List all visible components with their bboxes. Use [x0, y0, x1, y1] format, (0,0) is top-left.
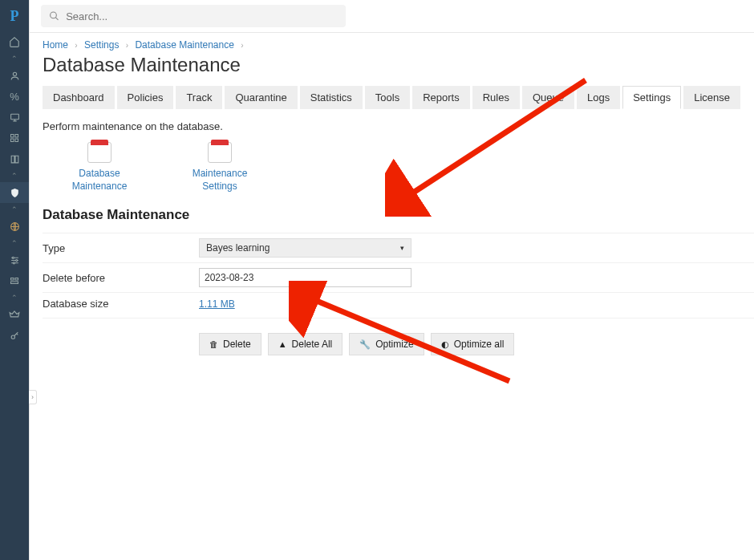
- breadcrumb-home[interactable]: Home: [43, 39, 68, 51]
- tab-license[interactable]: License: [683, 86, 740, 109]
- clock-icon: ◐: [441, 339, 449, 350]
- db-size-link[interactable]: 1.11 MB: [199, 298, 235, 310]
- breadcrumb-dbm[interactable]: Database Maintenance: [135, 39, 233, 51]
- delete-button[interactable]: 🗑 Delete: [199, 333, 261, 355]
- label-delete-before: Delete before: [43, 272, 199, 284]
- tab-tools[interactable]: Tools: [365, 86, 410, 109]
- warning-icon: ▲: [278, 339, 287, 349]
- sidebar-percent-icon[interactable]: %: [0, 86, 29, 107]
- sidebar-monitor-icon[interactable]: [0, 107, 29, 128]
- chevron-right-icon: ›: [75, 41, 77, 50]
- optimize-button[interactable]: 🔧 Optimize: [349, 333, 424, 355]
- svg-point-0: [13, 72, 16, 75]
- svg-rect-2: [11, 135, 14, 138]
- row-type: Type Bayes learning ▾: [43, 233, 754, 262]
- svg-rect-10: [11, 278, 14, 281]
- sidebar-globe-icon[interactable]: [0, 216, 29, 237]
- svg-rect-5: [15, 139, 18, 142]
- breadcrumb-settings[interactable]: Settings: [84, 39, 119, 51]
- tile-label: Maintenance Settings: [184, 168, 256, 193]
- svg-point-9: [13, 262, 14, 263]
- breadcrumb: Home › Settings › Database Maintenance ›: [43, 39, 754, 51]
- optimize-button-label: Optimize: [375, 339, 413, 350]
- tile-label: Database Maintenance: [63, 168, 136, 193]
- tiles: Database Maintenance Maintenance Setting…: [63, 142, 754, 193]
- svg-rect-12: [11, 282, 18, 284]
- search-icon: [49, 10, 59, 22]
- sidebar-grid-icon[interactable]: [0, 128, 29, 148]
- sidebar-collapse-icon-4[interactable]: ⌃: [0, 237, 29, 250]
- sidebar-shield-icon[interactable]: [0, 182, 29, 203]
- delete-button-label: Delete: [223, 339, 251, 350]
- wrench-icon: 🔧: [359, 339, 371, 350]
- svg-point-7: [12, 257, 14, 258]
- svg-point-13: [11, 335, 14, 338]
- svg-rect-1: [10, 114, 18, 120]
- type-select[interactable]: Bayes learning ▾: [199, 238, 411, 258]
- optimize-all-button[interactable]: ◐ Optimize all: [431, 333, 515, 355]
- calendar-icon: [208, 142, 232, 163]
- sidebar-book-icon[interactable]: [0, 148, 29, 169]
- main-area: Home › Settings › Database Maintenance ›…: [29, 0, 754, 560]
- sidebar-user-icon[interactable]: [0, 65, 29, 86]
- tab-policies[interactable]: Policies: [117, 86, 174, 109]
- tab-quarantine[interactable]: Quarantine: [225, 86, 297, 109]
- calendar-icon: [87, 142, 111, 163]
- type-select-value: Bayes learning: [206, 242, 270, 254]
- app-logo: P: [10, 8, 19, 25]
- sidebar-key-icon[interactable]: [0, 325, 29, 346]
- tab-reports[interactable]: Reports: [412, 86, 470, 109]
- tab-logs[interactable]: Logs: [577, 86, 620, 109]
- search-input-wrap[interactable]: [41, 5, 346, 27]
- sidebar-expand-toggle[interactable]: ›: [29, 390, 37, 404]
- tab-dashboard[interactable]: Dashboard: [43, 86, 115, 109]
- action-buttons: 🗑 Delete ▲ Delete All 🔧 Optimize ◐ Optim…: [199, 333, 754, 355]
- label-type: Type: [43, 242, 199, 254]
- sidebar-collapse-icon[interactable]: ⌃: [0, 52, 29, 65]
- tab-track[interactable]: Track: [176, 86, 222, 109]
- svg-rect-3: [15, 135, 18, 138]
- tile-database-maintenance[interactable]: Database Maintenance: [63, 142, 136, 193]
- search-bar: [30, 0, 754, 32]
- trash-icon: 🗑: [209, 339, 218, 349]
- row-delete-before: Delete before: [43, 262, 754, 292]
- section-title: Database Maintenance: [43, 207, 754, 223]
- label-db-size: Database size: [43, 298, 199, 310]
- sidebar-crown-icon[interactable]: [0, 304, 29, 325]
- intro-text: Perform maintenance on the database.: [43, 120, 754, 132]
- optimize-all-button-label: Optimize all: [454, 339, 505, 350]
- search-input[interactable]: [66, 10, 338, 22]
- row-db-size: Database size 1.11 MB: [43, 292, 754, 319]
- chevron-down-icon: ▾: [400, 244, 404, 252]
- tabs: Dashboard Policies Track Quarantine Stat…: [43, 86, 754, 109]
- sidebar-collapse-icon-3[interactable]: ⌃: [0, 203, 29, 216]
- delete-all-button-label: Delete All: [292, 339, 333, 350]
- tab-statistics[interactable]: Statistics: [300, 86, 363, 109]
- tab-queue[interactable]: Queue: [522, 86, 574, 109]
- sidebar: P ⌃ % ⌃ ⌃ ⌃ ⌃: [0, 0, 29, 560]
- chevron-right-icon: ›: [126, 41, 128, 50]
- sidebar-home-icon[interactable]: [0, 31, 29, 52]
- svg-point-14: [51, 12, 57, 18]
- sidebar-collapse-icon-5[interactable]: ⌃: [0, 291, 29, 304]
- page-title: Database Maintenance: [43, 54, 754, 76]
- tab-rules[interactable]: Rules: [472, 86, 520, 109]
- svg-rect-4: [11, 139, 14, 142]
- tile-maintenance-settings[interactable]: Maintenance Settings: [184, 142, 256, 193]
- svg-rect-11: [15, 278, 18, 281]
- svg-point-8: [15, 259, 17, 261]
- sidebar-collapse-icon-2[interactable]: ⌃: [0, 169, 29, 182]
- sidebar-sliders-icon[interactable]: [0, 250, 29, 270]
- chevron-right-icon: ›: [241, 41, 243, 50]
- tab-settings[interactable]: Settings: [622, 86, 681, 109]
- delete-before-input[interactable]: [199, 268, 411, 287]
- sidebar-modules-icon[interactable]: [0, 270, 29, 291]
- delete-all-button[interactable]: ▲ Delete All: [268, 333, 343, 355]
